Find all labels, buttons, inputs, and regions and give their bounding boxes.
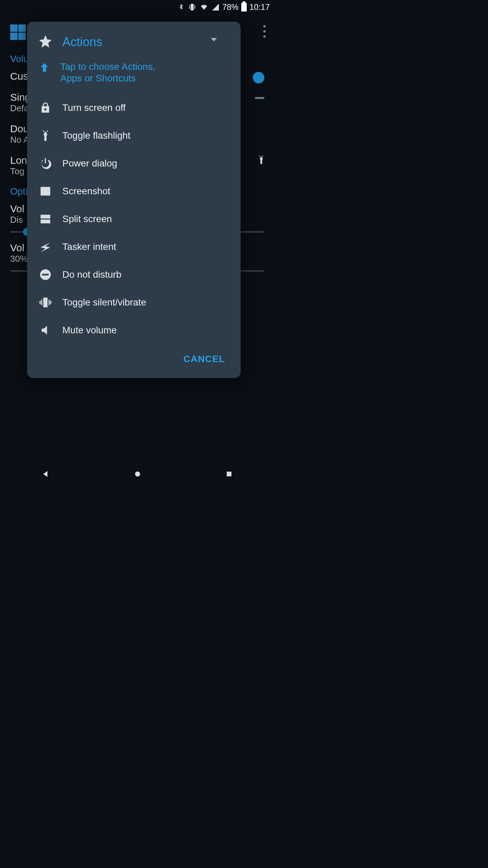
arrow-up-icon xyxy=(38,61,51,75)
bluetooth-icon xyxy=(178,3,185,12)
dnd-icon xyxy=(38,268,53,281)
status-bar: 78% 10:17 xyxy=(0,0,274,14)
chevron-down-icon[interactable] xyxy=(211,38,217,41)
action-label: Toggle silent/vibrate xyxy=(62,297,146,308)
action-label: Split screen xyxy=(62,214,112,224)
nav-back-button[interactable] xyxy=(41,469,51,480)
action-item[interactable]: Screenshot xyxy=(27,177,241,205)
dialog-hint: Tap to choose Actions, Apps or Shortcuts xyxy=(60,61,162,84)
clock: 10:17 xyxy=(249,2,270,12)
action-label: Toggle flashlight xyxy=(62,130,130,141)
toggle-on-icon[interactable] xyxy=(253,72,264,83)
action-label: Do not disturb xyxy=(62,269,121,280)
battery-icon xyxy=(241,3,247,12)
action-label: Turn screen off xyxy=(62,102,126,113)
action-item[interactable]: Power dialog xyxy=(27,150,241,177)
dialog-title: Actions xyxy=(62,35,102,49)
disabled-dash-icon xyxy=(255,97,264,99)
action-label: Power dialog xyxy=(62,158,117,169)
nav-home-button[interactable] xyxy=(133,469,143,480)
action-item[interactable]: Split screen xyxy=(27,205,241,233)
actions-dialog: Actions Tap to choose Actions, Apps or S… xyxy=(27,22,241,378)
action-label: Tasker intent xyxy=(62,241,116,252)
action-item[interactable]: Toggle flashlight xyxy=(27,122,241,150)
vibrate-status-icon xyxy=(188,3,197,12)
image-icon xyxy=(38,185,53,198)
action-label: Mute volume xyxy=(62,325,117,336)
nav-recent-button[interactable] xyxy=(224,469,234,480)
dialog-header[interactable]: Actions xyxy=(27,33,241,59)
wifi-icon xyxy=(199,3,209,11)
flashlight-icon xyxy=(38,129,53,142)
battery-pct: 78% xyxy=(222,2,239,12)
app-icon-cluster xyxy=(10,24,27,40)
dialog-hint-row[interactable]: Tap to choose Actions, Apps or Shortcuts xyxy=(27,59,241,94)
cell-signal-icon xyxy=(211,3,220,11)
action-item[interactable]: Do not disturb xyxy=(27,261,241,289)
flashlight-icon xyxy=(256,154,266,167)
mute-icon xyxy=(38,324,53,337)
cancel-button[interactable]: CANCEL xyxy=(177,350,231,369)
action-item[interactable]: Turn screen off xyxy=(27,94,241,122)
action-item[interactable]: Toggle silent/vibrate xyxy=(27,289,241,316)
vibrate-icon xyxy=(38,296,53,309)
star-icon xyxy=(38,34,53,50)
bolt-icon xyxy=(38,240,53,253)
action-item[interactable]: Tasker intent xyxy=(27,233,241,261)
power-icon xyxy=(38,157,53,170)
lock-icon xyxy=(38,101,53,114)
split-icon xyxy=(38,213,53,225)
action-label: Screenshot xyxy=(62,186,110,197)
action-list: Turn screen offToggle flashlightPower di… xyxy=(27,94,241,344)
action-item[interactable]: Mute volume xyxy=(27,316,241,344)
navigation-bar xyxy=(0,461,274,488)
